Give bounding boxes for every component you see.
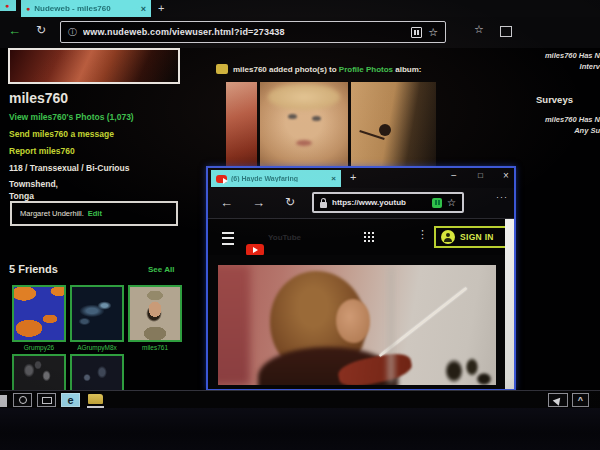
- video-bg-left: [218, 265, 250, 385]
- youtube-url-text[interactable]: https://www.youtub: [332, 198, 427, 207]
- chevron-up-icon: ^: [578, 395, 583, 405]
- new-tab-button[interactable]: +: [158, 2, 164, 14]
- youtube-more-icon[interactable]: ⋮: [417, 228, 428, 241]
- youtube-header: YouTube ⋮ SIGN IN: [208, 219, 514, 255]
- youtube-address-bar[interactable]: https://www.youtub ☆: [312, 192, 464, 213]
- site-favicon: ●: [26, 5, 30, 12]
- taskbar-app-1[interactable]: [13, 393, 32, 407]
- surveys-line-1: miles760 Has N: [536, 114, 600, 125]
- youtube-back-button[interactable]: ←: [220, 195, 233, 210]
- youtube-browser-window: (6) Hayde Wayfaring × + − □ × ← → ↻ http…: [206, 166, 516, 390]
- open-app-indicator: [87, 406, 104, 408]
- youtube-scrollbar[interactable]: [505, 219, 514, 389]
- friend-thumb-2[interactable]: [70, 285, 124, 342]
- friend-image-1: [14, 287, 64, 340]
- friend-thumb-5[interactable]: [70, 354, 124, 394]
- view-photos-link[interactable]: View miles760's Photos (1,073): [9, 112, 134, 122]
- friend-image-5: [72, 356, 122, 392]
- browser-nav-bar: ← ↻ ⓘ www.nudeweb.com/viewuser.html?id=2…: [0, 17, 600, 49]
- youtube-new-tab-button[interactable]: +: [350, 171, 356, 183]
- friend-name-2[interactable]: AGrumpyM8x: [70, 344, 124, 351]
- video-plant: [436, 351, 496, 385]
- interview-line-1: miles760 Has N: [536, 50, 600, 61]
- youtube-wordmark: YouTube: [268, 233, 301, 242]
- youtube-tab-close-icon[interactable]: ×: [331, 174, 336, 183]
- profile-stats: 118 / Transsexual / Bi-Curious: [9, 163, 129, 173]
- cursor-icon: [553, 395, 564, 406]
- friend-name-1[interactable]: Grumpy26: [12, 344, 66, 351]
- input-indicator[interactable]: [548, 393, 568, 407]
- refresh-button[interactable]: ↻: [36, 23, 46, 37]
- profile-username: miles760: [9, 90, 68, 106]
- youtube-nav-bar: ← → ↻ https://www.youtub ☆ ···: [208, 188, 514, 219]
- photo-knob: [379, 124, 391, 136]
- feed-prefix: miles760 added photo(s) to: [233, 65, 339, 74]
- surveys-heading: Surveys: [536, 94, 600, 105]
- monitor-icon: [42, 397, 52, 404]
- friend-thumb-3[interactable]: [128, 285, 182, 342]
- browser-more-icon[interactable]: ···: [496, 192, 508, 202]
- back-button[interactable]: ←: [8, 23, 21, 38]
- photo-eye-right: [312, 116, 321, 121]
- taskbar-app-edge-active[interactable]: e: [61, 393, 80, 407]
- youtube-apps-icon[interactable]: [363, 231, 374, 242]
- interview-status: miles760 Has N Interv: [536, 50, 600, 72]
- profile-photo[interactable]: [8, 48, 180, 84]
- file-explorer-icon[interactable]: [88, 394, 103, 404]
- friend-image-2: [72, 287, 122, 340]
- photo-eye-left: [288, 114, 297, 119]
- favorites-hub-star-icon[interactable]: ☆: [474, 23, 484, 36]
- friend-thumb-1[interactable]: [12, 285, 66, 342]
- send-message-link[interactable]: Send miles760 a message: [9, 129, 114, 139]
- surveys-line-2: Any Su: [536, 125, 600, 136]
- youtube-refresh-button[interactable]: ↻: [285, 195, 295, 209]
- album-photo-1[interactable]: [226, 82, 257, 166]
- video-player[interactable]: [218, 265, 496, 385]
- sign-in-person-icon: [441, 230, 455, 244]
- interview-line-2: Interv: [536, 61, 600, 72]
- youtube-active-tab[interactable]: (6) Hayde Wayfaring ×: [211, 170, 341, 187]
- start-button-partial[interactable]: [0, 395, 7, 407]
- photo-album-icon: [216, 64, 228, 74]
- album-photos: [226, 82, 436, 166]
- browser-active-tab[interactable]: ● Nudeweb - miles760 ×: [21, 0, 151, 17]
- window-close-button[interactable]: ×: [503, 170, 509, 181]
- youtube-menu-icon[interactable]: [222, 232, 234, 245]
- reading-view-icon[interactable]: [411, 27, 422, 38]
- window-maximize-button[interactable]: □: [478, 171, 483, 180]
- youtube-favorite-star-icon[interactable]: ☆: [447, 197, 456, 208]
- profile-location-1: Townshend,: [9, 179, 58, 189]
- tab-close-icon[interactable]: ×: [141, 4, 146, 14]
- address-bar[interactable]: ⓘ www.nudeweb.com/viewuser.html?id=27343…: [60, 21, 446, 43]
- browser-tab-bar: ● ● Nudeweb - miles760 × +: [0, 0, 600, 17]
- profile-location-2: Tonga: [9, 191, 34, 201]
- surveys-status: miles760 Has N Any Su: [536, 114, 600, 136]
- feed-suffix: album:: [393, 65, 421, 74]
- favorite-star-icon[interactable]: ☆: [428, 26, 438, 39]
- site-info-icon[interactable]: ⓘ: [68, 26, 77, 39]
- partial-tab[interactable]: ●: [0, 0, 16, 11]
- extension-pause-icon[interactable]: [432, 198, 442, 208]
- see-all-link[interactable]: See All: [148, 265, 174, 274]
- album-photo-3[interactable]: [351, 82, 436, 166]
- window-minimize-button[interactable]: −: [451, 170, 457, 181]
- taskbar-app-2[interactable]: [37, 393, 56, 407]
- youtube-tab-title: (6) Hayde Wayfaring: [231, 175, 327, 182]
- youtube-video-area: [208, 255, 505, 389]
- https-lock-icon: [320, 202, 327, 208]
- taskbar: e ^: [0, 390, 600, 408]
- friends-title: 5 Friends: [9, 263, 58, 275]
- friend-name-3[interactable]: miles761: [128, 344, 182, 351]
- album-link[interactable]: Profile Photos: [339, 65, 393, 74]
- report-user-link[interactable]: Report miles760: [9, 146, 75, 156]
- hub-icon[interactable]: [500, 26, 512, 37]
- sign-in-button[interactable]: SIGN IN: [434, 226, 514, 248]
- friend-thumb-4[interactable]: [12, 354, 66, 394]
- friend-image-4: [14, 356, 64, 392]
- youtube-forward-button[interactable]: →: [252, 195, 265, 210]
- url-text[interactable]: www.nudeweb.com/viewuser.html?id=273438: [83, 27, 405, 37]
- show-hidden-icons[interactable]: ^: [572, 393, 589, 407]
- video-window-frame: [388, 267, 394, 383]
- album-photo-2[interactable]: [260, 82, 348, 166]
- edit-link[interactable]: Edit: [88, 209, 102, 218]
